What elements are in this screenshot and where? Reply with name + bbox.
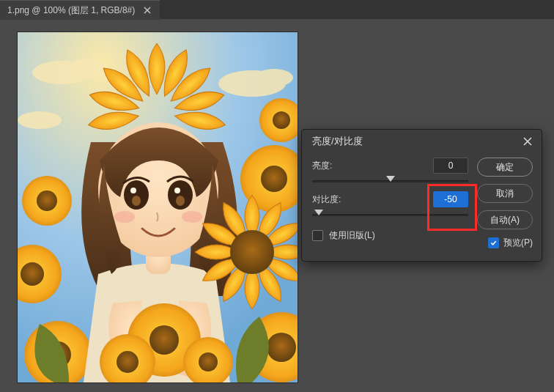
- legacy-label: 使用旧版(L): [329, 229, 375, 242]
- checkbox-icon[interactable]: [488, 237, 499, 248]
- brightness-label: 亮度:: [312, 160, 332, 172]
- svg-point-5: [18, 111, 62, 129]
- svg-point-29: [149, 325, 179, 355]
- svg-point-22: [130, 188, 136, 193]
- svg-point-33: [199, 352, 218, 371]
- cancel-button[interactable]: 取消: [477, 184, 533, 203]
- svg-point-27: [182, 211, 202, 223]
- brightness-input[interactable]: 0: [433, 158, 468, 174]
- contrast-input[interactable]: -50: [433, 191, 468, 207]
- svg-point-24: [132, 196, 141, 206]
- brightness-slider[interactable]: [312, 175, 468, 187]
- svg-point-9: [21, 262, 44, 286]
- dialog-titlebar[interactable]: 亮度/对比度: [302, 130, 542, 153]
- svg-point-23: [174, 188, 180, 193]
- contrast-row: 对比度: -50: [312, 191, 468, 221]
- svg-point-26: [114, 211, 135, 223]
- brightness-contrast-dialog: 亮度/对比度 亮度: 0 对比度: -50: [301, 129, 542, 262]
- close-icon[interactable]: [142, 5, 152, 15]
- document-tab[interactable]: 1.png @ 100% (图层 1, RGB/8#): [0, 0, 160, 20]
- svg-point-25: [176, 196, 185, 206]
- svg-point-15: [267, 333, 296, 362]
- contrast-slider[interactable]: [312, 209, 468, 221]
- contrast-label: 对比度:: [312, 193, 341, 206]
- preview-checkbox-row[interactable]: 预览(P): [477, 237, 533, 249]
- close-icon[interactable]: [521, 135, 534, 148]
- svg-point-13: [273, 111, 290, 129]
- auto-button[interactable]: 自动(A): [477, 210, 533, 229]
- svg-point-2: [67, 59, 108, 79]
- dialog-title: 亮度/对比度: [312, 135, 363, 148]
- preview-label: 预览(P): [503, 237, 533, 249]
- ok-button[interactable]: 确定: [477, 158, 533, 177]
- brightness-row: 亮度: 0: [312, 158, 468, 187]
- document-tabbar: 1.png @ 100% (图层 1, RGB/8#): [0, 0, 554, 19]
- document-tab-title: 1.png @ 100% (图层 1, RGB/8#): [7, 4, 135, 17]
- checkbox-icon[interactable]: [312, 230, 323, 241]
- svg-point-34: [230, 230, 274, 274]
- svg-point-4: [255, 69, 293, 86]
- document-canvas[interactable]: [18, 32, 298, 382]
- svg-point-11: [261, 166, 287, 192]
- svg-point-7: [37, 191, 57, 211]
- legacy-checkbox-row[interactable]: 使用旧版(L): [312, 229, 468, 242]
- svg-point-31: [117, 351, 138, 373]
